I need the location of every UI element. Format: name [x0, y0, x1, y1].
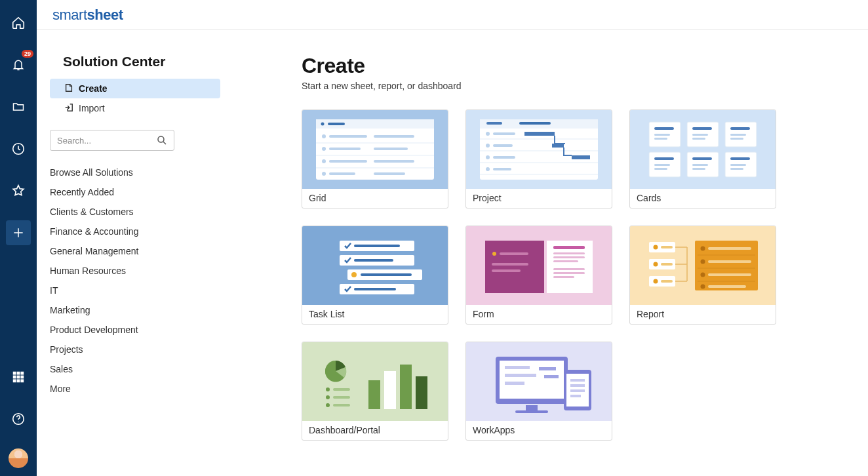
- page-subtitle: Start a new sheet, report, or dashboard: [302, 81, 852, 91]
- svg-rect-43: [552, 144, 564, 148]
- svg-rect-4: [14, 376, 16, 378]
- card-label: Report: [630, 305, 776, 324]
- category-recently-added[interactable]: Recently Added: [50, 182, 220, 202]
- notification-badge: 29: [22, 50, 33, 58]
- svg-rect-58: [692, 127, 712, 130]
- svg-rect-109: [708, 247, 751, 250]
- svg-rect-105: [661, 280, 673, 283]
- sidebar-title: Solution Center: [63, 54, 220, 69]
- svg-rect-23: [374, 148, 408, 150]
- card-label: Grid: [302, 189, 448, 208]
- svg-rect-137: [505, 382, 524, 385]
- svg-rect-8: [17, 380, 19, 382]
- svg-rect-69: [654, 164, 670, 166]
- svg-point-41: [486, 144, 490, 148]
- category-clients-customers[interactable]: Clients & Customers: [50, 202, 220, 222]
- svg-point-111: [701, 260, 705, 264]
- svg-rect-57: [654, 127, 674, 130]
- sidebar-item-import[interactable]: Import: [50, 98, 220, 118]
- category-browse-all[interactable]: Browse All Solutions: [50, 163, 220, 182]
- create-new-button[interactable]: [6, 220, 31, 245]
- svg-rect-60: [654, 157, 674, 160]
- svg-rect-130: [416, 376, 427, 409]
- svg-rect-129: [400, 365, 412, 409]
- create-card-report[interactable]: Report: [629, 226, 776, 325]
- left-nav-rail: 29: [0, 0, 37, 476]
- svg-rect-74: [730, 168, 743, 170]
- apps-icon[interactable]: [6, 365, 31, 389]
- recents-icon[interactable]: [6, 136, 31, 161]
- create-card-project[interactable]: Project: [465, 109, 612, 208]
- svg-point-17: [322, 134, 326, 138]
- home-icon[interactable]: [6, 10, 31, 35]
- svg-rect-6: [21, 376, 23, 378]
- svg-rect-50: [493, 168, 511, 170]
- svg-rect-112: [708, 260, 751, 263]
- svg-point-29: [322, 172, 326, 176]
- svg-rect-62: [730, 157, 750, 160]
- category-it[interactable]: IT: [50, 281, 220, 300]
- svg-rect-61: [692, 157, 712, 160]
- svg-rect-87: [492, 263, 528, 266]
- create-card-dashboard[interactable]: Dashboard/Portal: [302, 342, 448, 441]
- svg-point-101: [654, 262, 658, 267]
- svg-rect-99: [661, 246, 673, 248]
- card-label: Form: [466, 305, 612, 324]
- svg-rect-1: [14, 372, 16, 374]
- category-finance-accounting[interactable]: Finance & Accounting: [50, 222, 220, 241]
- category-general-management[interactable]: General Management: [50, 241, 220, 261]
- create-card-task-list[interactable]: Task List: [302, 226, 448, 325]
- create-card-workapps[interactable]: WorkApps: [465, 342, 612, 441]
- svg-rect-47: [572, 155, 590, 159]
- svg-rect-7: [14, 380, 16, 382]
- svg-rect-39: [524, 132, 555, 136]
- top-header: smartsheet: [37, 0, 868, 30]
- svg-point-25: [322, 159, 326, 163]
- main-content: Create Start a new sheet, report, or das…: [233, 30, 868, 476]
- create-card-grid-sheet[interactable]: Grid: [302, 109, 448, 208]
- folder-icon[interactable]: [6, 94, 31, 119]
- category-more[interactable]: More: [50, 379, 220, 399]
- svg-rect-115: [708, 273, 751, 276]
- sidebar-item-label: Import: [79, 103, 105, 113]
- svg-rect-22: [329, 148, 361, 150]
- svg-rect-66: [692, 138, 705, 140]
- category-projects[interactable]: Projects: [50, 340, 220, 359]
- tasklist-thumb-icon: [302, 226, 448, 305]
- svg-rect-135: [505, 366, 530, 369]
- search-input[interactable]: [50, 130, 174, 151]
- svg-rect-65: [692, 134, 708, 136]
- svg-rect-126: [333, 404, 350, 407]
- category-list: Browse All Solutions Recently Added Clie…: [50, 163, 220, 399]
- svg-rect-72: [692, 168, 705, 170]
- svg-rect-59: [730, 127, 750, 130]
- category-product-development[interactable]: Product Development: [50, 320, 220, 340]
- svg-rect-139: [544, 375, 559, 378]
- svg-rect-90: [553, 246, 585, 249]
- svg-rect-81: [361, 273, 412, 276]
- notifications-icon[interactable]: 29: [6, 52, 31, 77]
- category-sales[interactable]: Sales: [50, 359, 220, 379]
- svg-rect-71: [692, 164, 708, 166]
- card-label: Cards: [630, 189, 776, 208]
- svg-rect-128: [384, 371, 396, 409]
- svg-point-45: [486, 155, 490, 159]
- svg-rect-133: [526, 405, 538, 410]
- favorites-icon[interactable]: [6, 178, 31, 203]
- create-card-form[interactable]: Form: [465, 226, 612, 325]
- help-icon[interactable]: [6, 407, 31, 431]
- brand-logo: smartsheet: [52, 7, 123, 24]
- svg-rect-46: [493, 156, 515, 159]
- user-avatar[interactable]: [9, 448, 28, 468]
- create-card-cards[interactable]: Cards: [629, 109, 776, 208]
- svg-rect-88: [492, 269, 521, 272]
- svg-rect-122: [333, 388, 350, 391]
- svg-rect-63: [654, 134, 670, 136]
- svg-rect-83: [354, 288, 396, 290]
- svg-rect-86: [500, 252, 528, 255]
- category-human-resources[interactable]: Human Resources: [50, 261, 220, 281]
- category-marketing[interactable]: Marketing: [50, 300, 220, 320]
- svg-rect-35: [519, 122, 551, 125]
- sidebar-item-create[interactable]: Create: [50, 79, 220, 98]
- svg-point-104: [654, 279, 658, 284]
